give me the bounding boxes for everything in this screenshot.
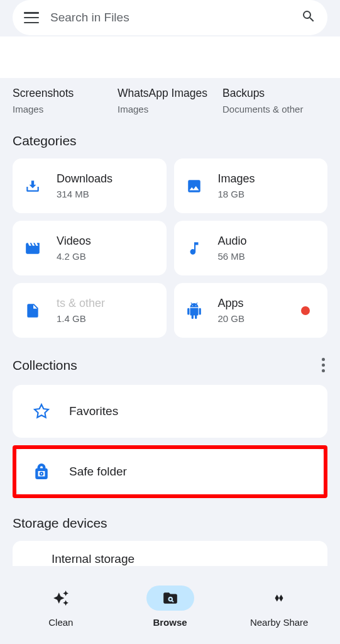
category-title: Downloads — [57, 172, 112, 186]
nav-clean[interactable]: Clean — [6, 586, 116, 628]
category-audio[interactable]: Audio 56 MB — [174, 221, 328, 275]
folder-sub: Documents & other — [222, 104, 327, 114]
nav-label: Clean — [48, 617, 73, 628]
storage-header: Storage devices — [0, 498, 340, 541]
category-downloads[interactable]: Downloads 314 MB — [13, 158, 167, 213]
categories-title: Categories — [13, 133, 77, 148]
document-icon — [24, 302, 41, 319]
bottom-nav: Clean Browse Nearby Share — [0, 575, 340, 644]
nav-nearby-share[interactable]: Nearby Share — [224, 586, 334, 628]
categories-header: Categories — [0, 126, 340, 158]
search-bar[interactable]: Search in Files — [13, 0, 327, 35]
search-icon[interactable] — [301, 9, 316, 26]
category-size: 4.2 GB — [57, 251, 91, 262]
category-title: Apps — [218, 297, 245, 310]
folder-title: Screenshots — [13, 87, 118, 100]
category-videos[interactable]: Videos 4.2 GB — [13, 221, 167, 275]
notification-dot — [301, 306, 310, 315]
thumbnail-strip — [0, 36, 340, 78]
category-title: ts & other — [57, 297, 105, 310]
category-size: 18 GB — [218, 189, 255, 199]
collection-safe-folder[interactable]: Safe folder — [16, 449, 324, 494]
storage-internal[interactable]: Internal storage — [13, 541, 327, 566]
browse-icon — [146, 586, 194, 611]
download-icon — [24, 177, 41, 195]
recent-folders: Screenshots Images WhatsApp Images Image… — [0, 78, 340, 126]
video-icon — [24, 240, 41, 257]
collection-favorites[interactable]: Favorites — [13, 385, 327, 438]
image-icon — [185, 177, 203, 195]
category-title: Audio — [218, 235, 247, 248]
storage-item-title: Internal storage — [52, 552, 134, 566]
folder-whatsapp[interactable]: WhatsApp Images Images — [118, 87, 222, 114]
lock-icon — [33, 463, 50, 480]
clean-icon — [37, 586, 85, 611]
folder-title: WhatsApp Images — [118, 87, 222, 100]
folder-title: Backups — [222, 87, 327, 100]
folder-backups[interactable]: Backups Documents & other — [222, 87, 327, 114]
collections-header: Collections — [0, 338, 340, 385]
star-icon — [33, 402, 50, 420]
category-size: 56 MB — [218, 251, 247, 262]
apps-icon — [185, 302, 203, 319]
menu-icon[interactable] — [24, 12, 39, 23]
nav-label: Nearby Share — [250, 617, 309, 628]
nearby-share-icon — [255, 586, 303, 611]
folder-sub: Images — [118, 104, 222, 114]
nav-label: Browse — [153, 617, 187, 628]
collection-title: Favorites — [69, 404, 118, 418]
collections-list: Favorites Safe folder — [0, 385, 340, 498]
category-grid: Downloads 314 MB Images 18 GB Videos 4.2… — [0, 158, 340, 338]
folder-screenshots[interactable]: Screenshots Images — [13, 87, 118, 114]
audio-icon — [185, 240, 203, 257]
category-size: 1.4 GB — [57, 313, 105, 324]
folder-sub: Images — [13, 104, 118, 114]
category-title: Images — [218, 172, 255, 186]
collection-title: Safe folder — [69, 465, 127, 479]
nav-browse[interactable]: Browse — [116, 586, 225, 628]
more-icon[interactable] — [319, 355, 327, 375]
category-documents[interactable]: ts & other 1.4 GB — [13, 283, 167, 338]
highlight-annotation: Safe folder — [13, 445, 327, 498]
search-placeholder: Search in Files — [50, 11, 290, 25]
category-size: 20 GB — [218, 313, 245, 324]
category-apps[interactable]: Apps 20 GB — [174, 283, 328, 338]
storage-title: Storage devices — [13, 516, 107, 531]
category-size: 314 MB — [57, 189, 112, 199]
category-title: Videos — [57, 235, 91, 248]
category-images[interactable]: Images 18 GB — [174, 158, 328, 213]
collections-title: Collections — [13, 358, 77, 373]
